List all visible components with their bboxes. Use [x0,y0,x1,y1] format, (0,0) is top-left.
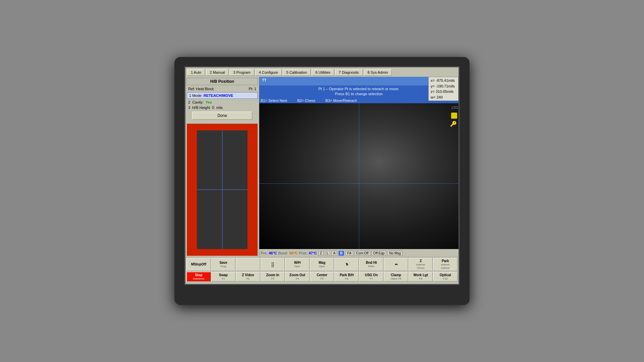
fkey-z-chess-sub: Indexer [416,263,425,266]
hb-height-label: H/B Height [192,106,210,110]
cavity-label: Cavity: [192,100,204,104]
b-pill: B [338,251,344,256]
camera-preview [187,124,258,256]
fkey-autoidx-sub: AutoIndx [193,277,205,281]
tab-sysadmin[interactable]: 8 Sys Admin [364,69,392,76]
fkey-clamp-open[interactable]: Clamp Open F8 [384,272,408,282]
fkey-clamp-sub: Open F8 [391,277,401,281]
fkey-center[interactable]: Center F5 [310,272,334,282]
main-crosshair-v [359,103,359,249]
fkey-optical-sub: F10 [443,277,448,281]
fkey-parkbh-label: Park B/H [340,273,354,277]
tab-calibration[interactable]: 5 Calibration [283,69,311,76]
fa-pill: FA [345,251,353,256]
cavity-value: Yes [206,100,212,104]
left-panel: H/B Position Ref: Heat Block Pt: 1 1 Mod… [185,77,259,257]
fkey-center-label: Center [317,273,327,277]
done-button[interactable]: Done [192,112,252,120]
fkey-zoomin-sub: F3 [271,277,274,281]
fkey-z-arrows[interactable]: ⇔ [384,258,408,271]
fkey-z-chess-label: Z [420,259,422,263]
fkey-save-sub: Prog [220,265,226,268]
fkey-wh-oper[interactable]: W/H Oper [285,258,310,271]
fkey-worklgt-sub: F9 [419,277,422,281]
fkey-arrows-icon: ⇅ [345,262,348,266]
fkey-park-bh[interactable]: Park B/H F6 [334,272,359,282]
fkey-row-top: MStopOff Save Prog ⣿ W/H Oper Mag Oper [185,257,459,272]
hb-height-unit: mils [216,106,223,110]
right-panel: x= -875.41mils y= -190.71mils z= 310.05m… [259,77,459,257]
b1-button[interactable]: B1= Select Next [261,99,287,103]
fkey-z-chess[interactable]: Z Indexer Chess [409,258,433,271]
tt-label: TT [259,77,444,85]
hb-height-value: 0 [212,106,214,110]
main-content: H/B Position Ref: Heat Block Pt: 1 1 Mod… [185,77,459,257]
fkey-mstopoff-label: MStopOff [191,262,206,266]
fkey-zvideo[interactable]: Z Video F2 [236,272,260,282]
fkey-wh-label: W/H [294,260,301,265]
hb-height-row: 3 H/B Height 0 mils [185,105,259,110]
pt-label: Pt: 1 [249,87,256,91]
tab-auto[interactable]: 1 Auto [187,69,205,76]
fkey-mstopoff[interactable]: MStopOff [186,258,211,271]
tab-utilities[interactable]: 6 Utilities [312,69,334,76]
lto-label: LTO [451,106,458,110]
fkey-zoom-in[interactable]: Zoom In F3 [261,272,285,282]
fkey-usgon-sub: F7 [370,277,373,281]
post-value: 47°C [309,251,317,255]
key-icon: 🔑 [450,121,457,127]
tab-configure[interactable]: 4 Configure [255,69,282,76]
fkey-zoom-out[interactable]: Zoom Out F4 [285,272,310,282]
mode-value: RETEACH/MOVE [204,94,233,98]
fkey-mag-oper[interactable]: Mag Oper [310,258,334,271]
message-line2: Press B1 to change selection [261,92,457,97]
ref-label: Ref: Heat Block [188,87,214,91]
b3-button[interactable]: B3= Move/Reteach [325,99,357,103]
fkey-usg-on[interactable]: USG On F7 [359,272,384,282]
fkey-mag-sub: Oper [319,265,325,268]
coord-x: x= -875.41mils [431,78,456,83]
fkey-optical[interactable]: Optical F10 [433,272,458,282]
fkey-empty1 [236,258,260,271]
fkey-arrows[interactable]: ⇅ [334,258,359,271]
fkey-zvideo-label: Z Video [242,273,254,277]
fkey-row-bottom: Stop AutoIndx Swap F1 Z Video F2 Zoom In… [185,272,459,282]
bond-label: Bond: [278,251,288,255]
fkey-z-icon: ⇔ [395,262,397,266]
fkey-park-text: Indexer [441,266,450,270]
fkey-zvideo-sub: F2 [247,277,250,281]
post-label: Post: [299,251,307,255]
fkey-dots[interactable]: ⣿ [261,258,285,271]
b2-button[interactable]: B2= Chess [297,99,315,103]
fkey-park-label: Park [442,259,449,263]
camera-main-view: LTO 🔑 [259,103,459,249]
fkey-save-prog[interactable]: Save Prog [211,258,236,271]
fkey-bndht-relrn[interactable]: Bnd Ht Relrn [359,258,384,271]
fkey-usgon-label: USG On [365,273,378,277]
pre-value: 46°C [269,251,277,255]
cavity-num: 2 [188,100,190,104]
camera-image [259,103,459,249]
camera-inner [197,130,248,249]
coord-z: z= 310.05mils [431,89,456,95]
fkey-work-lgt[interactable]: Work Lgt F9 [409,272,433,282]
fkey-optical-label: Optical [440,273,451,277]
crosshair-horizontal [197,190,248,190]
tab-program[interactable]: 3 Program [229,69,254,76]
main-crosshair-h [259,183,459,184]
fkey-swap[interactable]: Swap F1 [211,272,236,282]
fkey-stop[interactable]: Stop AutoIndx [186,272,211,282]
fkey-park-indexer[interactable]: Park Indexer Indexer [433,258,458,271]
fkey-chess-text: Chess [417,266,425,270]
coord-y: y= -190.71mils [431,83,456,89]
no-msg-pill: No Msg [387,251,402,256]
tab-diagnostic[interactable]: 7 Diagnostic [335,69,363,76]
message-line1: Pt 1 – Operator Pt is selected to reteac… [261,86,457,92]
fkey-clamp-label: Clamp [391,273,401,277]
pre-label: Pre: [261,251,267,255]
tab-manual[interactable]: 2 Manual [206,69,228,76]
hb-position-title: H/B Position [186,78,258,85]
hb-height-num: 3 [188,106,190,110]
fkey-bar: MStopOff Save Prog ⣿ W/H Oper Mag Oper [185,257,459,281]
monitor: 1 Auto 2 Manual 3 Program 4 Configure 5 … [174,57,470,305]
